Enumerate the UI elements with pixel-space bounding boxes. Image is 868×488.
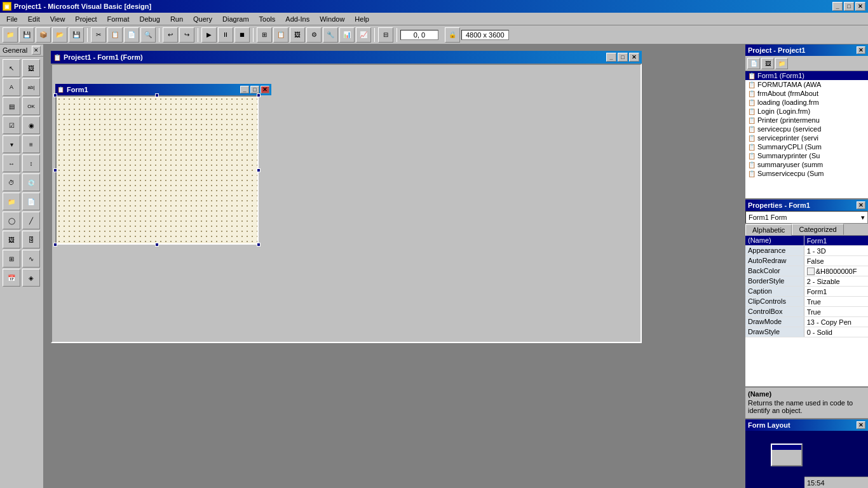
resize-handle-top[interactable] <box>155 93 159 97</box>
form-layout-close[interactable]: ✕ <box>857 421 865 429</box>
tb-undo[interactable]: ↩ <box>163 27 178 43</box>
project-view-object[interactable]: 🖼 <box>761 58 774 69</box>
prop-row-clipcontrols[interactable]: ClipControls True <box>745 297 868 307</box>
tree-item-login[interactable]: 📋 Login (Login.frm) <box>745 107 868 116</box>
menu-project[interactable]: Project <box>70 14 102 24</box>
resize-handle-bottom-left[interactable] <box>53 243 57 247</box>
tool-frame[interactable]: ▤ <box>3 97 20 115</box>
resize-handle-bottom-right[interactable] <box>257 243 261 247</box>
menu-run[interactable]: Run <box>165 14 188 24</box>
project-panel-close[interactable]: ✕ <box>857 46 865 54</box>
resize-handle-right[interactable] <box>257 168 261 172</box>
tab-categorized[interactable]: Categorized <box>792 224 843 235</box>
form1-close[interactable]: ✕ <box>261 86 269 93</box>
tool-ole[interactable]: ⊞ <box>3 250 20 268</box>
resize-handle-top-left[interactable] <box>53 93 57 97</box>
resize-handle-bottom[interactable] <box>155 243 159 247</box>
prop-row-borderstyle[interactable]: BorderStyle 2 - Sizable <box>745 276 868 287</box>
tb-grid[interactable]: ⊟ <box>378 27 393 43</box>
prop-row-caption[interactable]: Caption Form1 <box>745 287 868 297</box>
tool-dirlistbox[interactable]: 📁 <box>3 193 20 210</box>
tb-redo[interactable]: ↪ <box>179 27 194 43</box>
tool-combobox[interactable]: ▾ <box>3 135 20 153</box>
prop-row-backcolor[interactable]: BackColor &H8000000F <box>745 266 868 276</box>
tb-cut[interactable]: ✂ <box>91 27 106 43</box>
prop-row-appearance[interactable]: Appearance 1 - 3D <box>745 246 868 256</box>
menu-query[interactable]: Query <box>188 14 217 24</box>
tool-textbox[interactable]: ab| <box>22 78 40 96</box>
project-view-code[interactable]: 📄 <box>747 58 760 69</box>
tool-checkbox[interactable]: ☑ <box>3 116 20 134</box>
properties-object-select[interactable]: Form1 Form ▾ <box>745 211 868 224</box>
canvas-area[interactable]: 📋 Project1 - Form1 (Form) _ □ ✕ 📋 Form1 <box>44 44 744 488</box>
tb-btn-f[interactable]: 📊 <box>339 27 355 43</box>
prop-row-drawmode[interactable]: DrawMode 13 - Copy Pen <box>745 317 868 327</box>
tree-item-loading[interactable]: 📋 loading (loading.frm <box>745 98 868 107</box>
minimize-button[interactable]: _ <box>832 2 843 11</box>
maximize-button[interactable]: □ <box>844 2 854 11</box>
tree-item-summarycpli[interactable]: 📋 SummaryCPLI (Sum <box>745 142 868 151</box>
form-design-maximize[interactable]: □ <box>618 53 628 62</box>
project-toggle-folders[interactable]: 📁 <box>775 58 788 69</box>
tb-btn2[interactable]: 💾 <box>19 27 34 43</box>
form-design-minimize[interactable]: _ <box>606 53 616 62</box>
menu-addins[interactable]: Add-Ins <box>280 14 315 24</box>
menu-file[interactable]: File <box>1 14 23 24</box>
tool-picture[interactable]: 🖼 <box>22 59 40 77</box>
tab-alphabetic[interactable]: Alphabetic <box>745 224 792 236</box>
form-layout-miniform[interactable] <box>771 444 803 466</box>
form1-minimize[interactable]: _ <box>240 86 249 93</box>
menu-format[interactable]: Format <box>102 14 135 24</box>
menu-debug[interactable]: Debug <box>134 14 165 24</box>
tree-item-summaryprinter[interactable]: 📋 Summaryprinter (Su <box>745 151 868 160</box>
project-tree[interactable]: 📋 Form1 (Form1) 📋 FORMUTAMA (AWA 📋 frmAb… <box>745 71 868 198</box>
tool-data[interactable]: 🗄 <box>22 231 40 248</box>
tool-drivelistbox[interactable]: 💿 <box>22 173 40 191</box>
prop-row-autoredraw[interactable]: AutoRedraw False <box>745 256 868 266</box>
tool-timer[interactable]: ⏱ <box>3 173 20 191</box>
tool-extra3[interactable]: ◈ <box>22 269 40 287</box>
tree-item-printer[interactable]: 📋 Printer (printermenu <box>745 116 868 125</box>
menu-view[interactable]: View <box>45 14 71 24</box>
tool-optionbutton[interactable]: ◉ <box>22 116 40 134</box>
tree-item-sumservicecpu[interactable]: 📋 Sumservicecpu (Sum <box>745 169 868 178</box>
tree-item-summaryuser[interactable]: 📋 summaryuser (summ <box>745 160 868 169</box>
form1-body-wrapper[interactable] <box>55 95 259 245</box>
tool-hscrollbar[interactable]: ↔ <box>3 154 20 172</box>
form-design-close[interactable]: ✕ <box>629 53 639 62</box>
tb-btn4[interactable]: 📂 <box>52 27 67 43</box>
menu-tools[interactable]: Tools <box>254 14 281 24</box>
tool-extra1[interactable]: ∿ <box>22 250 40 268</box>
tb-stop[interactable]: ⏹ <box>234 27 250 43</box>
resize-handle-top-right[interactable] <box>257 93 261 97</box>
tb-btn-c[interactable]: 🖼 <box>290 27 305 43</box>
tb-btn3[interactable]: 📦 <box>36 27 51 43</box>
toolbox-close-button[interactable]: ✕ <box>32 46 41 55</box>
resize-handle-left[interactable] <box>53 168 57 172</box>
tool-line[interactable]: ╱ <box>22 212 40 229</box>
tool-listbox[interactable]: ≡ <box>22 135 40 153</box>
tree-item-frmabout[interactable]: 📋 frmAbout (frmAbout <box>745 89 868 98</box>
tree-item-serviceprinter[interactable]: 📋 serviceprinter (servi <box>745 133 868 142</box>
prop-row-drawstyle[interactable]: DrawStyle 0 - Solid <box>745 327 868 337</box>
tool-image[interactable]: 🖼 <box>3 231 20 248</box>
tool-extra2[interactable]: 📅 <box>3 269 20 287</box>
close-button[interactable]: ✕ <box>855 2 865 11</box>
tree-item-servicecpu[interactable]: 📋 servicecpu (serviced <box>745 125 868 133</box>
menu-help[interactable]: Help <box>349 14 374 24</box>
tb-add-project[interactable]: 📁 <box>3 27 18 43</box>
tool-commandbutton[interactable]: OK <box>22 97 40 115</box>
tree-item-formutama[interactable]: 📋 FORMUTAMA (AWA <box>745 80 868 89</box>
tb-btn-g[interactable]: 📈 <box>356 27 371 43</box>
form1-design-surface[interactable] <box>55 95 259 245</box>
tb-btn-d[interactable]: ⚙ <box>306 27 322 43</box>
prop-row-name[interactable]: (Name) Form1 <box>745 236 868 246</box>
menu-edit[interactable]: Edit <box>23 14 45 24</box>
tool-filelistbox[interactable]: 📄 <box>22 193 40 210</box>
tool-pointer[interactable]: ↖ <box>3 59 20 77</box>
prop-row-controlbox[interactable]: ControlBox True <box>745 307 868 317</box>
tb-btn-a[interactable]: ⊞ <box>257 27 272 43</box>
tb-btn5[interactable]: 💾 <box>69 27 84 43</box>
tree-item-form1[interactable]: 📋 Form1 (Form1) <box>745 71 868 80</box>
properties-panel-close[interactable]: ✕ <box>857 201 865 209</box>
